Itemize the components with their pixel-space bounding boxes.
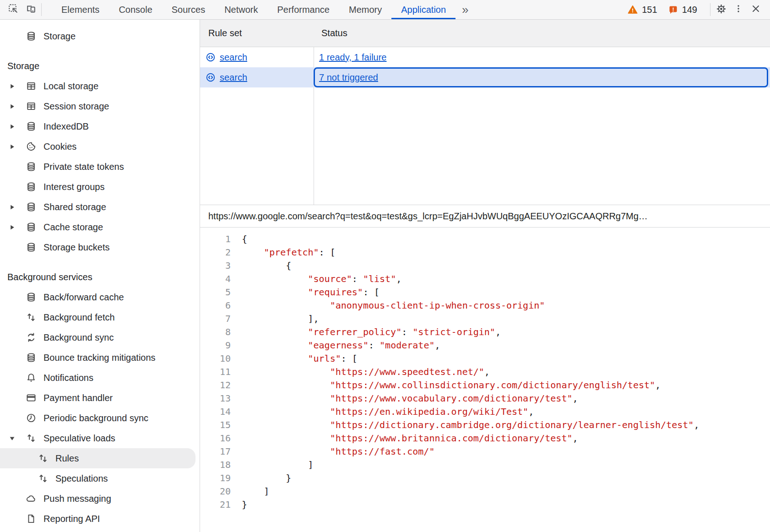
sidebar-item-private-state-tokens[interactable]: Private state tokens <box>0 157 200 177</box>
rule-set-cell: search <box>200 47 314 67</box>
sidebar-item-storage-buckets[interactable]: Storage buckets <box>0 237 200 257</box>
code-text: { <box>242 259 291 272</box>
tab-network[interactable]: Network <box>215 0 267 19</box>
line-number: 2 <box>200 246 231 259</box>
sidebar-item-rules[interactable]: Rules <box>0 448 195 468</box>
line-number: 18 <box>200 458 231 472</box>
line-number: 9 <box>200 339 231 352</box>
devtools-body: StorageStorageLocal storageSession stora… <box>0 20 770 532</box>
close-icon <box>751 4 761 16</box>
status-link[interactable]: 1 ready, 1 failure <box>319 52 387 63</box>
issues-counter[interactable]: 149 <box>668 5 697 15</box>
issues-bubble-icon <box>668 5 678 15</box>
code-text: "https://en.wikipedia.org/wiki/Test", <box>242 405 534 418</box>
inspect-cursor-icon <box>8 4 18 16</box>
sidebar-item-payment-handler[interactable]: Payment handler <box>0 388 200 408</box>
rule-set-link[interactable]: search <box>220 72 247 83</box>
sidebar-item-label: Background sync <box>43 332 114 343</box>
bell-icon <box>26 373 36 383</box>
sidebar-item-background-sync[interactable]: Background sync <box>0 327 200 347</box>
inspect-element-button[interactable] <box>5 1 22 18</box>
line-number: 16 <box>200 432 231 445</box>
kebab-menu-icon <box>733 4 743 16</box>
database-icon <box>26 121 36 131</box>
line-number: 12 <box>200 379 231 392</box>
table-icon <box>26 81 36 91</box>
code-text: "https://www.collinsdictionary.com/dicti… <box>242 379 661 392</box>
line-number: 1 <box>200 233 231 246</box>
more-options-button[interactable] <box>730 1 747 18</box>
sidebar-item-label: Speculations <box>55 473 108 484</box>
sidebar-item-label: Session storage <box>43 101 109 112</box>
table-row: search1 ready, 1 failure <box>200 47 770 67</box>
code-line: 21} <box>200 498 770 511</box>
line-number: 13 <box>200 392 231 405</box>
line-number: 8 <box>200 326 231 339</box>
code-text: "urls": [ <box>242 352 358 365</box>
sidebar-item-bounce-tracking-mitigations[interactable]: Bounce tracking mitigations <box>0 347 200 368</box>
warnings-counter[interactable]: 151 <box>628 5 657 15</box>
rule-set-link[interactable]: search <box>220 52 247 63</box>
tab-memory[interactable]: Memory <box>339 0 391 19</box>
sidebar-item-local-storage[interactable]: Local storage <box>0 76 200 96</box>
sidebar-item-storage[interactable]: Storage <box>0 26 200 46</box>
code-line: 1{ <box>200 233 770 246</box>
sidebar-item-shared-storage[interactable]: Shared storage <box>0 197 200 217</box>
sidebar-item-cache-storage[interactable]: Cache storage <box>0 217 200 237</box>
database-icon <box>26 242 36 252</box>
sidebar-item-label: Reporting API <box>43 514 100 524</box>
status-link[interactable]: 7 not triggered <box>319 72 378 83</box>
code-text: "https://www.speedtest.net/", <box>242 365 490 379</box>
status-cell[interactable]: 1 ready, 1 failure <box>314 47 770 67</box>
settings-gear-icon <box>716 4 727 16</box>
settings-button[interactable] <box>712 1 730 18</box>
code-line: 7 ], <box>200 312 770 326</box>
sidebar-item-cookies[interactable]: Cookies <box>0 136 200 157</box>
code-text: "referrer_policy": "strict-origin", <box>242 326 501 339</box>
status-cell[interactable]: 7 not triggered <box>314 67 768 87</box>
devtools-toolbar: ElementsConsoleSourcesNetworkPerformance… <box>0 0 770 20</box>
sidebar-item-session-storage[interactable]: Session storage <box>0 96 200 116</box>
rule-set-cell: search <box>200 67 314 87</box>
sidebar-item-label: Rules <box>55 453 79 464</box>
code-line: 13 "https://www.vocabulary.com/dictionar… <box>200 392 770 405</box>
sidebar-item-indexeddb[interactable]: IndexedDB <box>0 116 200 136</box>
sidebar-item-notifications[interactable]: Notifications <box>0 368 200 388</box>
more-tabs-icon[interactable]: » <box>455 0 475 19</box>
sidebar-item-push-messaging[interactable]: Push messaging <box>0 489 200 509</box>
table-header-row: Rule set Status <box>200 20 770 47</box>
sidebar-item-reporting-api[interactable]: Reporting API <box>0 509 200 529</box>
sidebar-item-interest-groups[interactable]: Interest groups <box>0 177 200 197</box>
warnings-count: 151 <box>642 5 657 15</box>
code-text: "https://www.britannica.com/dictionary/t… <box>242 432 578 445</box>
sidebar-item-speculative-loads[interactable]: Speculative loads <box>0 428 200 448</box>
sidebar-item-speculations[interactable]: Speculations <box>0 468 200 489</box>
sidebar-item-label: Cookies <box>43 141 76 152</box>
panel-tabs: ElementsConsoleSourcesNetworkPerformance… <box>52 0 455 19</box>
tab-elements[interactable]: Elements <box>52 0 109 19</box>
tab-performance[interactable]: Performance <box>268 0 340 19</box>
line-number: 15 <box>200 418 231 432</box>
sync-icon <box>26 332 36 342</box>
sidebar-item-background-fetch[interactable]: Background fetch <box>0 307 200 327</box>
code-line: 19 } <box>200 472 770 485</box>
sidebar-section-title-storage: Storage <box>0 56 200 76</box>
sidebar-item-back-forward-cache[interactable]: Back/forward cache <box>0 287 200 307</box>
column-header-rule-set: Rule set <box>200 28 314 38</box>
tab-sources[interactable]: Sources <box>162 0 215 19</box>
device-toolbar-icon <box>25 3 36 16</box>
line-number: 7 <box>200 312 231 326</box>
speculative-loads-panel: Rule set Status search1 ready, 1 failure… <box>200 20 770 532</box>
toggle-device-toolbar-button[interactable] <box>22 1 39 18</box>
tab-application[interactable]: Application <box>391 0 455 19</box>
sidebar-item-label: Speculative loads <box>43 433 115 444</box>
sidebar-item-label: Periodic background sync <box>43 413 148 423</box>
code-text: ] <box>242 458 314 472</box>
tab-console[interactable]: Console <box>109 0 162 19</box>
line-number: 3 <box>200 259 231 272</box>
sidebar-item-periodic-background-sync[interactable]: Periodic background sync <box>0 408 200 428</box>
warning-triangle-icon <box>628 5 638 15</box>
line-number: 17 <box>200 445 231 458</box>
close-devtools-button[interactable] <box>747 1 765 18</box>
sidebar-item-label: Cache storage <box>43 222 103 233</box>
